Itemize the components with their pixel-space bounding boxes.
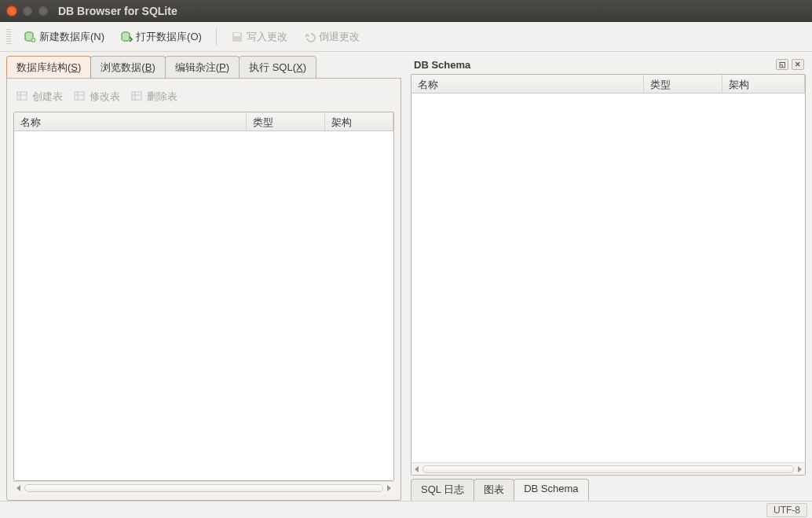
col-schema[interactable]: 架构 xyxy=(722,75,805,93)
right-pane: DB Schema ◱ ✕ 名称 类型 架构 SQL 日志 图表 DB Sche… xyxy=(411,57,806,501)
structure-table-body[interactable] xyxy=(14,131,393,480)
dock-close-button[interactable]: ✕ xyxy=(792,59,804,70)
new-database-button[interactable]: 新建数据库(N) xyxy=(17,27,111,47)
database-open-icon xyxy=(120,31,133,43)
tab-sql-log[interactable]: SQL 日志 xyxy=(411,479,474,501)
window-titlebar: DB Browser for SQLite xyxy=(0,0,812,22)
toolbar-separator xyxy=(216,28,217,46)
modify-table-button: 修改表 xyxy=(74,90,120,104)
write-changes-label: 写入更改 xyxy=(247,30,287,44)
svg-rect-4 xyxy=(234,33,240,36)
table-plus-icon xyxy=(16,90,29,103)
schema-hscrollbar[interactable] xyxy=(411,462,805,475)
svg-rect-7 xyxy=(132,92,141,100)
new-database-label: 新建数据库(N) xyxy=(39,30,104,44)
delete-table-label: 删除表 xyxy=(147,90,177,104)
col-schema[interactable]: 架构 xyxy=(325,112,393,130)
save-icon xyxy=(231,31,243,43)
svg-rect-6 xyxy=(75,92,84,100)
dock-detach-button[interactable]: ◱ xyxy=(776,59,788,70)
table-delete-icon xyxy=(131,90,144,103)
col-name[interactable]: 名称 xyxy=(14,112,247,130)
main-tabs: 数据库结构(S) 浏览数据(B) 编辑杂注(P) 执行 SQL(X) xyxy=(6,57,401,79)
tab-execute-sql[interactable]: 执行 SQL(X) xyxy=(239,56,316,78)
structure-hscrollbar[interactable] xyxy=(13,481,394,494)
db-schema-title: DB Schema xyxy=(414,59,470,71)
col-name[interactable]: 名称 xyxy=(411,75,644,93)
right-bottom-tabs: SQL 日志 图表 DB Schema xyxy=(411,479,806,501)
svg-rect-5 xyxy=(17,92,27,100)
window-maximize-button[interactable] xyxy=(38,6,49,17)
col-type[interactable]: 类型 xyxy=(247,112,325,130)
window-buttons xyxy=(6,6,49,17)
database-plus-icon xyxy=(24,31,36,43)
create-table-label: 创建表 xyxy=(32,90,63,104)
write-changes-button: 写入更改 xyxy=(225,27,294,47)
tab-database-structure[interactable]: 数据库结构(S) xyxy=(6,56,91,78)
db-schema-dock-header: DB Schema ◱ ✕ xyxy=(411,57,806,74)
left-pane: 数据库结构(S) 浏览数据(B) 编辑杂注(P) 执行 SQL(X) 创建表 修… xyxy=(6,57,401,501)
table-toolbar: 创建表 修改表 删除表 xyxy=(13,85,394,112)
main-toolbar: 新建数据库(N) 打开数据库(O) 写入更改 倒退更改 xyxy=(0,22,812,52)
tab-db-schema[interactable]: DB Schema xyxy=(514,479,588,501)
window-minimize-button[interactable] xyxy=(22,6,33,17)
create-table-button: 创建表 xyxy=(16,90,63,104)
structure-table-header: 名称 类型 架构 xyxy=(14,112,393,131)
schema-table-header: 名称 类型 架构 xyxy=(411,75,805,94)
undo-icon xyxy=(303,31,316,43)
revert-changes-label: 倒退更改 xyxy=(319,30,360,44)
dock-buttons: ◱ ✕ xyxy=(776,59,804,70)
content-area: 数据库结构(S) 浏览数据(B) 编辑杂注(P) 执行 SQL(X) 创建表 修… xyxy=(0,52,812,501)
table-edit-icon xyxy=(74,90,86,103)
modify-table-label: 修改表 xyxy=(90,90,120,104)
window-title: DB Browser for SQLite xyxy=(58,5,177,17)
tab-browse-data[interactable]: 浏览数据(B) xyxy=(90,56,165,78)
statusbar: UTF-8 xyxy=(0,501,812,518)
structure-table: 名称 类型 架构 xyxy=(13,112,394,481)
structure-panel: 创建表 修改表 删除表 名称 类型 架构 xyxy=(6,78,401,501)
delete-table-button: 删除表 xyxy=(131,90,177,104)
open-database-label: 打开数据库(O) xyxy=(136,30,202,44)
col-type[interactable]: 类型 xyxy=(644,75,722,93)
revert-changes-button: 倒退更改 xyxy=(297,27,366,47)
tab-chart[interactable]: 图表 xyxy=(474,479,514,501)
schema-table: 名称 类型 架构 xyxy=(411,74,806,476)
tab-edit-pragmas[interactable]: 编辑杂注(P) xyxy=(165,56,240,78)
window-close-button[interactable] xyxy=(6,6,17,17)
schema-table-body[interactable] xyxy=(411,94,805,462)
open-database-button[interactable]: 打开数据库(O) xyxy=(114,27,208,47)
toolbar-grip[interactable] xyxy=(6,29,11,45)
encoding-indicator[interactable]: UTF-8 xyxy=(766,503,807,517)
